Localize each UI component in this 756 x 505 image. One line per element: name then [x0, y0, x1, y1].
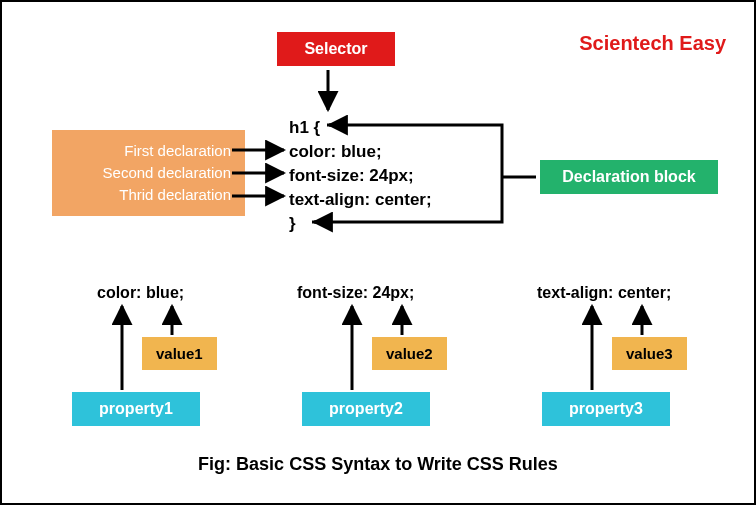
second-declaration-label: Second declaration — [66, 162, 231, 184]
value2-box: value2 — [372, 337, 447, 370]
declarations-box: First declaration Second declaration Thr… — [52, 130, 245, 216]
code-line-3: font-size: 24px; — [289, 164, 432, 188]
selector-box: Selector — [277, 32, 395, 66]
property2-box: property2 — [302, 392, 430, 426]
code-line-4: text-align: center; — [289, 188, 432, 212]
value1-box: value1 — [142, 337, 217, 370]
arrows-layer — [2, 2, 756, 505]
example-3-text: text-align: center; — [537, 284, 671, 302]
property1-box: property1 — [72, 392, 200, 426]
code-line-5: } — [289, 212, 432, 236]
first-declaration-label: First declaration — [66, 140, 231, 162]
property3-box: property3 — [542, 392, 670, 426]
example-1-text: color: blue; — [97, 284, 184, 302]
declaration-block-box: Declaration block — [540, 160, 718, 194]
example-2-text: font-size: 24px; — [297, 284, 414, 302]
code-line-1: h1 { — [289, 116, 432, 140]
code-block: h1 { color: blue; font-size: 24px; text-… — [289, 116, 432, 236]
figure-caption: Fig: Basic CSS Syntax to Write CSS Rules — [2, 454, 754, 475]
brand-label: Scientech Easy — [579, 32, 726, 55]
code-line-2: color: blue; — [289, 140, 432, 164]
third-declaration-label: Thrid declaration — [66, 184, 231, 206]
value3-box: value3 — [612, 337, 687, 370]
